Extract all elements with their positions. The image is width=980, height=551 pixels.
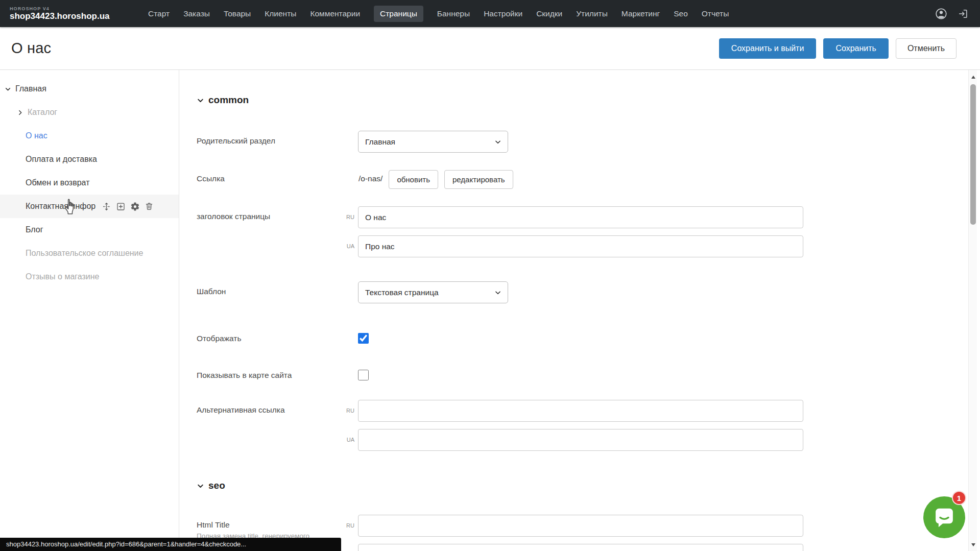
tree-item-shop-reviews[interactable]: Отзывы о магазине: [0, 265, 179, 289]
nav-item-utilities[interactable]: Утилиты: [576, 6, 608, 22]
lang-tag-ru: RU: [336, 400, 358, 422]
cancel-button[interactable]: Отменить: [896, 38, 957, 59]
tree-item-about-selected[interactable]: О нас: [0, 124, 179, 148]
page-title: О нас: [11, 40, 51, 57]
field-page-title: заголовок страницы RU UA: [197, 206, 980, 257]
nav-item-marketing[interactable]: Маркетинг: [622, 6, 660, 22]
move-icon[interactable]: [101, 201, 111, 211]
nav-item-clients[interactable]: Клиенты: [265, 6, 296, 22]
section-common[interactable]: common: [197, 93, 980, 107]
chevron-down-icon: [494, 289, 501, 296]
field-label: Html Title: [197, 520, 336, 530]
body-area: Главная Каталог О нас Оплата и доставка …: [0, 70, 980, 551]
scrollbar-down-arrow[interactable]: [969, 541, 977, 549]
logo-version-text: HOROSHOP V4: [10, 6, 106, 11]
save-button[interactable]: Сохранить: [823, 38, 889, 59]
tree-item-main[interactable]: Главная: [0, 77, 179, 101]
section-seo[interactable]: seo: [197, 479, 980, 492]
logout-icon[interactable]: [957, 8, 969, 20]
html-title-ua-input[interactable]: [358, 544, 803, 551]
nav-item-orders[interactable]: Заказы: [183, 6, 210, 22]
section-title: seo: [208, 480, 225, 491]
app-logo[interactable]: HOROSHOP V4 shop34423.horoshop.ua: [10, 6, 106, 21]
nav-item-start[interactable]: Старт: [148, 6, 170, 22]
browser-link-statusbar: shop34423.horoshop.ua/edit/edit.php?id=6…: [0, 538, 341, 551]
template-select[interactable]: Текстовая страница: [358, 281, 508, 303]
chevron-down-icon: [197, 482, 205, 490]
main-menu: Старт Заказы Товары Клиенты Комментарии …: [148, 6, 729, 22]
nav-item-comments[interactable]: Комментарии: [310, 6, 360, 22]
delete-trash-icon[interactable]: [144, 201, 154, 211]
alt-link-ru-input[interactable]: [358, 400, 803, 422]
top-navbar: HOROSHOP V4 shop34423.horoshop.ua Старт …: [0, 0, 980, 27]
settings-gear-icon[interactable]: [130, 201, 140, 211]
edit-link-button[interactable]: редактировать: [444, 170, 513, 189]
page-edit-form: common Родительский раздел Главная Ссылк…: [179, 70, 980, 551]
save-and-exit-button[interactable]: Сохранить и выйти: [719, 38, 817, 59]
nav-item-pages-active[interactable]: Страницы: [374, 6, 423, 22]
nav-item-products[interactable]: Товары: [224, 6, 251, 22]
tree-item-label: Каталог: [28, 108, 57, 117]
html-title-ru-input[interactable]: [358, 515, 803, 537]
tree-item-contact-info-hovered[interactable]: Контактная инфор: [0, 195, 179, 218]
field-label: Показывать в карте сайта: [197, 371, 336, 380]
link-buttons: обновить редактировать: [389, 170, 513, 189]
tree-item-label: Блог: [26, 225, 43, 234]
nav-item-discounts[interactable]: Скидки: [536, 6, 562, 22]
page-title-inputs: RU UA: [336, 206, 803, 257]
display-checkbox[interactable]: [358, 333, 369, 344]
scrollbar-thumb[interactable]: [970, 84, 976, 225]
alt-link-ua-input[interactable]: [358, 429, 803, 451]
page-title-ua-input[interactable]: [358, 235, 803, 257]
page-header: О нас Сохранить и выйти Сохранить Отмени…: [0, 27, 980, 70]
user-account-icon[interactable]: [935, 8, 947, 20]
refresh-link-button[interactable]: обновить: [389, 170, 438, 189]
tree-item-label: Отзывы о магазине: [26, 272, 100, 281]
tree-item-exchange-return[interactable]: Обмен и возврат: [0, 171, 179, 195]
tree-item-payment-delivery[interactable]: Оплата и доставка: [0, 148, 179, 171]
nav-item-banners[interactable]: Баннеры: [437, 6, 470, 22]
lang-tag-ru: RU: [336, 515, 358, 537]
field-label: заголовок страницы: [197, 206, 336, 221]
nav-item-settings[interactable]: Настройки: [484, 6, 522, 22]
nav-item-seo[interactable]: Seo: [674, 6, 688, 22]
field-template: Шаблон Текстовая страница: [197, 281, 980, 303]
field-sitemap: Показывать в карте сайта: [197, 370, 980, 380]
vertical-scrollbar: [968, 70, 977, 551]
navbar-right-icons: [935, 8, 969, 20]
link-path-value: /o-nas/: [358, 174, 383, 183]
alt-link-inputs: RU UA: [336, 400, 803, 451]
field-label: Шаблон: [197, 281, 336, 296]
tree-item-label: Контактная инфор: [26, 202, 95, 211]
field-label-block: Html Title Полная замена title, генериру…: [197, 515, 336, 540]
support-chat-button[interactable]: 1: [923, 496, 965, 538]
select-value: Главная: [365, 137, 494, 147]
pages-tree-sidebar: Главная Каталог О нас Оплата и доставка …: [0, 70, 179, 551]
tree-item-label: Оплата и доставка: [26, 155, 97, 164]
field-label: Родительский раздел: [197, 131, 336, 146]
sitemap-checkbox[interactable]: [358, 370, 369, 380]
tree-item-hover-actions: [101, 201, 154, 211]
scrollbar-up-arrow[interactable]: [969, 73, 977, 81]
page-title-ru-input[interactable]: [358, 206, 803, 228]
chat-unread-badge: 1: [952, 491, 966, 505]
parent-section-select[interactable]: Главная: [358, 131, 508, 153]
nav-item-reports[interactable]: Отчеты: [702, 6, 729, 22]
chevron-down-icon: [494, 138, 501, 146]
tree-item-label: Главная: [15, 84, 46, 93]
field-link: Ссылка /o-nas/ обновить редактировать: [197, 170, 980, 189]
field-label: Ссылка: [197, 170, 336, 183]
section-title: common: [208, 94, 249, 106]
field-alt-link: Альтернативная ссылка RU UA: [197, 400, 980, 451]
tree-item-blog[interactable]: Блог: [0, 218, 179, 242]
chevron-down-icon[interactable]: [4, 86, 11, 92]
lang-tag-ua: UA: [336, 235, 358, 257]
lang-tag-ua: UA: [336, 429, 358, 451]
chevron-down-icon: [197, 97, 205, 104]
tree-item-catalog[interactable]: Каталог: [0, 101, 179, 124]
add-page-icon[interactable]: [115, 201, 126, 211]
tree-item-user-agreement[interactable]: Пользовательское соглашение: [0, 242, 179, 265]
select-value: Текстовая страница: [365, 288, 494, 297]
chevron-right-icon[interactable]: [16, 109, 23, 116]
tree-item-label: Пользовательское соглашение: [26, 249, 143, 258]
